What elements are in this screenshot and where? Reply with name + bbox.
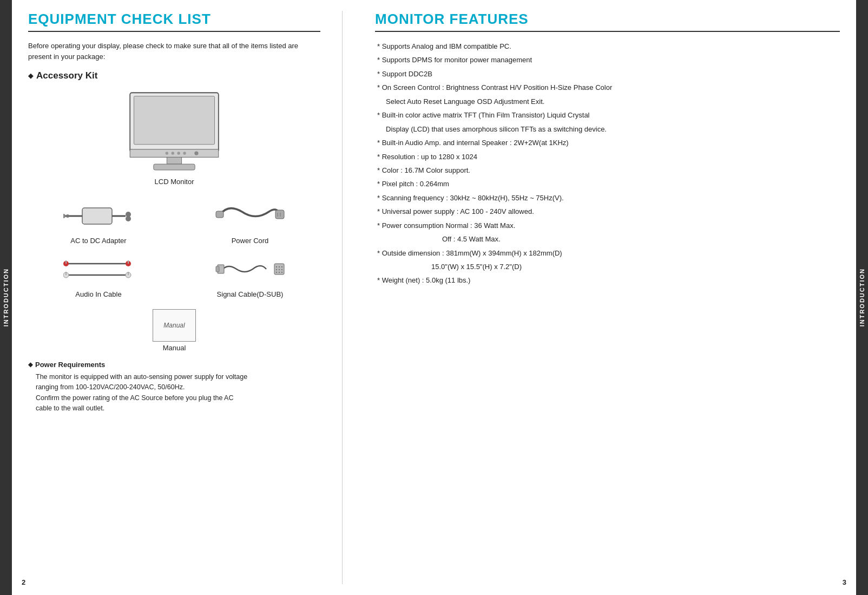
power-req-text: The monitor is equipped with an auto-sen…	[28, 372, 320, 414]
monitor-features-title: MONITOR FEATURES	[375, 11, 840, 28]
lcd-monitor-label: LCD Monitor	[155, 178, 194, 186]
svg-point-6	[183, 152, 186, 154]
accessory-kit-heading: Accessory Kit	[28, 70, 320, 81]
audio-cable-img	[61, 250, 136, 288]
left-column: EQUIPMENT CHECK LIST Before operating yo…	[28, 11, 320, 584]
signal-cable-label: Signal Cable(D-SUB)	[217, 290, 284, 298]
svg-point-40	[276, 271, 277, 272]
svg-point-16	[126, 216, 131, 221]
feature-13-inch: 15.0"(W) x 15.5"(H) x 7.2"(D)	[377, 261, 840, 272]
svg-rect-10	[82, 208, 112, 224]
ac-adapter-label: AC to DC Adapter	[70, 237, 126, 245]
ac-adapter-img	[61, 197, 136, 234]
svg-point-35	[279, 266, 280, 267]
audio-cable-label: Audio In Cable	[75, 290, 121, 298]
feature-12: * Power consumption Normal : 36 Watt Max…	[377, 220, 840, 231]
page-number-left: 2	[22, 578, 25, 586]
feature-4-cont: Select Auto Reset Language OSD Adjustmen…	[377, 96, 840, 107]
svg-point-5	[177, 152, 180, 154]
power-req-line-1: The monitor is equipped with an auto-sen…	[36, 373, 247, 412]
ac-adapter-item: AC to DC Adapter	[28, 197, 169, 245]
svg-point-7	[194, 151, 198, 155]
lcd-monitor-svg	[120, 89, 228, 175]
svg-point-13	[66, 214, 69, 218]
feature-9: * Pixel pitch : 0.264mm	[377, 178, 840, 189]
feature-14: * Weight (net) : 5.0kg (11 lbs.)	[377, 274, 840, 286]
svg-rect-8	[167, 157, 181, 164]
feature-5: * Built-in color active matrix TFT (Thin…	[377, 109, 840, 121]
feature-7: * Resolution : up to 1280 x 1024	[377, 151, 840, 162]
right-divider	[375, 31, 840, 32]
feature-1: * Supports Analog and IBM compatible PC.	[377, 41, 840, 52]
right-side-tab: INTRODUCTION	[856, 0, 868, 595]
feature-4: * On Screen Control : Brightness Contras…	[377, 82, 840, 93]
page-number-right: 3	[843, 578, 846, 586]
column-divider	[342, 11, 343, 584]
intro-text: Before operating your display, please ch…	[28, 41, 320, 62]
audio-cable-item: Audio In Cable	[28, 250, 169, 298]
feature-12-off: Off : 4.5 Watt Max.	[377, 233, 840, 245]
svg-point-34	[276, 266, 277, 267]
feature-5-cont: Display (LCD) that uses amorphous silico…	[377, 123, 840, 135]
signal-cable-item: Signal Cable(D-SUB)	[180, 250, 320, 298]
feature-10: * Scanning frequency : 30kHz ~ 80kHz(H),…	[377, 192, 840, 204]
left-tab-text: INTRODUCTION	[3, 268, 9, 326]
svg-rect-17	[216, 211, 223, 218]
lcd-monitor-container: LCD Monitor	[28, 89, 320, 186]
manual-box: Manual	[153, 309, 196, 342]
equipment-check-list-title: EQUIPMENT CHECK LIST	[28, 11, 320, 28]
power-cord-img	[212, 197, 288, 234]
svg-point-37	[276, 269, 277, 270]
power-req-heading: Power Requirements	[28, 361, 320, 369]
manual-label: Manual	[163, 344, 186, 352]
right-tab-text: INTRODUCTION	[859, 268, 865, 326]
svg-point-39	[281, 269, 282, 270]
svg-point-4	[172, 152, 174, 154]
svg-point-12	[63, 214, 65, 218]
feature-13: * Outside dimension : 381mm(W) x 394mm(H…	[377, 247, 840, 259]
feature-2: * Supports DPMS for monitor power manage…	[377, 54, 840, 66]
power-cord-item: Power Cord	[180, 197, 320, 245]
features-list: * Supports Analog and IBM compatible PC.…	[375, 41, 840, 289]
svg-rect-18	[275, 210, 284, 219]
svg-point-42	[281, 271, 282, 272]
svg-rect-9	[154, 164, 195, 170]
right-column: MONITOR FEATURES * Supports Analog and I…	[364, 11, 840, 584]
svg-point-3	[166, 152, 168, 154]
svg-rect-32	[216, 266, 219, 272]
feature-6: * Built-in Audio Amp. and internal Speak…	[377, 137, 840, 148]
left-divider	[28, 31, 320, 32]
feature-8: * Color : 16.7M Color support.	[377, 165, 840, 176]
power-cord-label: Power Cord	[232, 237, 269, 245]
feature-11: * Universal power supply : AC 100 - 240V…	[377, 206, 840, 217]
accessories-grid: AC to DC Adapter Power Cor	[28, 197, 320, 298]
svg-rect-1	[134, 96, 214, 145]
manual-container: Manual Manual	[28, 309, 320, 352]
signal-cable-img	[212, 250, 288, 288]
svg-point-36	[281, 266, 282, 267]
feature-3: * Support DDC2B	[377, 68, 840, 80]
svg-point-41	[279, 271, 280, 272]
svg-point-38	[279, 269, 280, 270]
left-side-tab: INTRODUCTION	[0, 0, 12, 595]
